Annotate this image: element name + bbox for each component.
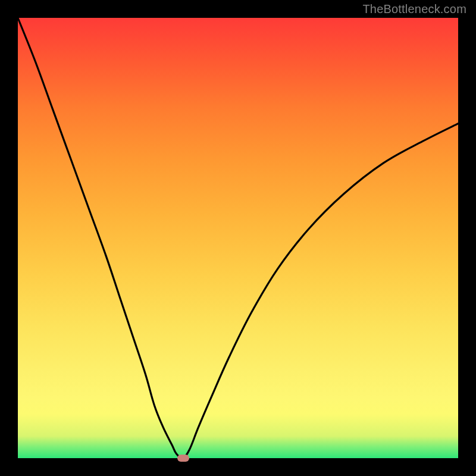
curve-svg: [18, 18, 458, 458]
plot-area: [18, 18, 458, 458]
bottleneck-curve: [18, 18, 458, 458]
minimum-marker: [177, 455, 189, 462]
chart-frame: TheBottleneck.com: [0, 0, 476, 476]
watermark-text: TheBottleneck.com: [362, 2, 466, 16]
